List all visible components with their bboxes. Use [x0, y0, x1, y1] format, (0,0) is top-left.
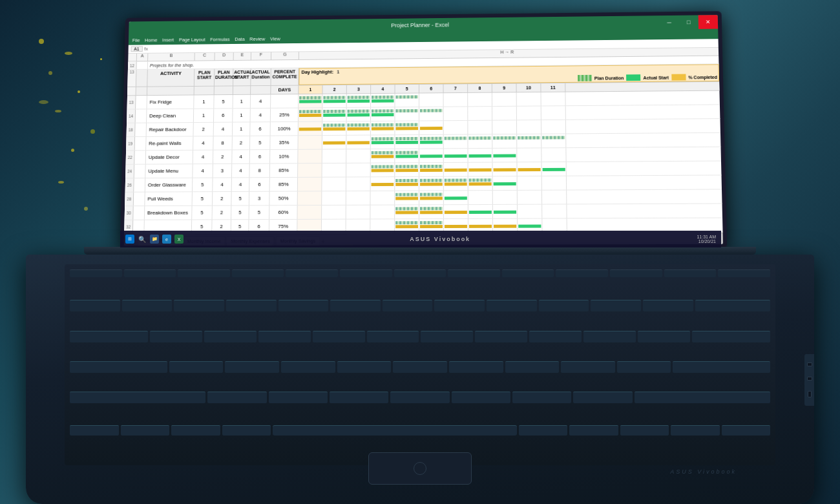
plan-dur-cell-0[interactable]: 5 — [214, 95, 233, 109]
key-f11[interactable] — [664, 269, 717, 277]
ribbon-insert[interactable]: Insert — [162, 37, 174, 43]
ribbon-page-layout[interactable]: Page Layout — [179, 36, 205, 42]
key-fn[interactable] — [121, 425, 170, 436]
excel-taskbar-icon[interactable]: X — [174, 235, 184, 244]
key-win[interactable] — [171, 425, 220, 436]
key-6[interactable] — [383, 300, 433, 311]
key-f5[interactable] — [340, 269, 392, 277]
key-r[interactable] — [313, 331, 365, 342]
edge-icon[interactable]: e — [162, 235, 171, 244]
key-n[interactable] — [512, 392, 571, 403]
key-f9[interactable] — [556, 269, 608, 277]
key-ctrl-left[interactable] — [70, 425, 119, 436]
actual-start-cell-3[interactable]: 2 — [233, 136, 251, 150]
activity-cell-3[interactable]: Re-paint Walls — [146, 136, 193, 150]
ribbon-data[interactable]: Data — [235, 36, 244, 42]
key-arrow-up[interactable] — [671, 425, 720, 436]
plan-dur-cell-6[interactable]: 4 — [213, 178, 232, 191]
start-button[interactable]: ⊞ — [125, 235, 134, 244]
plan-start-cell-1[interactable]: 1 — [194, 109, 214, 122]
maximize-button[interactable]: □ — [679, 15, 699, 29]
plan-dur-cell-3[interactable]: 8 — [213, 136, 233, 150]
actual-start-cell-8[interactable]: 5 — [231, 205, 249, 219]
plan-dur-cell-8[interactable]: 2 — [213, 206, 232, 220]
key-c[interactable] — [330, 392, 388, 403]
key-f[interactable] — [337, 361, 392, 373]
key-y[interactable] — [421, 331, 473, 342]
plan-start-cell-4[interactable]: 4 — [193, 151, 214, 164]
key-5[interactable] — [330, 300, 381, 311]
key-f2[interactable] — [178, 269, 230, 277]
activity-cell-8[interactable]: Breakdown Boxes — [145, 206, 193, 220]
key-minus[interactable] — [643, 300, 693, 311]
pct-cell-3[interactable]: 35% — [270, 136, 298, 149]
file-explorer-icon[interactable]: 📁 — [150, 235, 159, 244]
actual-dur-cell-2[interactable]: 6 — [250, 122, 271, 136]
key-z[interactable] — [207, 392, 266, 403]
plan-start-cell-8[interactable]: 5 — [192, 206, 213, 220]
pct-cell-1[interactable]: 25% — [271, 108, 299, 121]
key-f10[interactable] — [610, 269, 662, 277]
actual-dur-cell-4[interactable]: 6 — [250, 150, 271, 163]
key-w[interactable] — [204, 331, 257, 342]
key-l[interactable] — [617, 361, 671, 373]
pct-cell-5[interactable]: 85% — [270, 163, 298, 177]
key-rshift[interactable] — [635, 392, 770, 403]
key-0[interactable] — [591, 300, 641, 311]
actual-dur-cell-1[interactable]: 4 — [251, 109, 271, 122]
key-p[interactable] — [638, 331, 690, 342]
key-lshift[interactable] — [70, 392, 205, 403]
key-k[interactable] — [561, 361, 615, 373]
actual-start-cell-4[interactable]: 4 — [232, 150, 250, 163]
actual-dur-cell-8[interactable]: 5 — [249, 205, 270, 219]
activity-cell-7[interactable]: Pull Weeds — [145, 192, 193, 205]
close-button[interactable]: ✕ — [698, 15, 719, 29]
plan-dur-cell-7[interactable]: 2 — [213, 192, 232, 205]
key-backtick[interactable] — [70, 300, 120, 311]
plan-start-cell-3[interactable]: 4 — [193, 136, 214, 150]
ribbon-view[interactable]: View — [270, 36, 280, 41]
pct-cell-8[interactable]: 60% — [269, 205, 298, 219]
ribbon-home[interactable]: Home — [145, 37, 157, 43]
touchpad[interactable] — [368, 452, 472, 485]
key-a[interactable] — [169, 361, 224, 373]
key-h[interactable] — [449, 361, 503, 373]
actual-dur-cell-7[interactable]: 3 — [249, 192, 270, 205]
plan-start-cell-6[interactable]: 5 — [193, 178, 213, 192]
key-esc[interactable] — [70, 269, 122, 277]
actual-start-cell-1[interactable]: 1 — [233, 109, 251, 122]
key-q[interactable] — [150, 331, 202, 342]
key-f1[interactable] — [124, 269, 176, 277]
plan-start-cell-5[interactable]: 4 — [193, 164, 213, 178]
plan-dur-cell-4[interactable]: 2 — [213, 150, 233, 163]
activity-cell-0[interactable]: Fix Fridge — [147, 95, 194, 109]
actual-start-cell-2[interactable]: 1 — [233, 122, 251, 136]
plan-start-cell-7[interactable]: 5 — [193, 192, 213, 205]
key-u[interactable] — [475, 331, 527, 342]
key-d[interactable] — [281, 361, 335, 373]
key-9[interactable] — [539, 300, 589, 311]
key-arrow-right[interactable] — [722, 425, 771, 436]
key-f3[interactable] — [232, 269, 284, 277]
key-i[interactable] — [529, 331, 582, 342]
key-1[interactable] — [122, 300, 173, 311]
actual-dur-cell-6[interactable]: 6 — [249, 178, 270, 191]
key-s[interactable] — [225, 361, 279, 373]
key-f7[interactable] — [448, 269, 500, 277]
pct-cell-7[interactable]: 50% — [269, 192, 298, 205]
pct-cell-0[interactable] — [271, 94, 299, 108]
actual-start-cell-6[interactable]: 4 — [232, 178, 250, 191]
key-x[interactable] — [269, 392, 328, 403]
key-caps[interactable] — [70, 361, 167, 373]
actual-start-cell-0[interactable]: 1 — [233, 95, 251, 109]
actual-dur-cell-5[interactable]: 8 — [249, 164, 270, 178]
key-v[interactable] — [390, 392, 449, 403]
key-2[interactable] — [174, 300, 224, 311]
activity-cell-5[interactable]: Update Menu — [145, 164, 193, 178]
key-j[interactable] — [505, 361, 560, 373]
ribbon-file[interactable]: File — [132, 37, 140, 43]
key-f12[interactable] — [718, 269, 770, 277]
key-b[interactable] — [452, 392, 510, 403]
minimize-button[interactable]: ─ — [659, 16, 678, 30]
activity-cell-4[interactable]: Update Decor — [146, 151, 193, 164]
